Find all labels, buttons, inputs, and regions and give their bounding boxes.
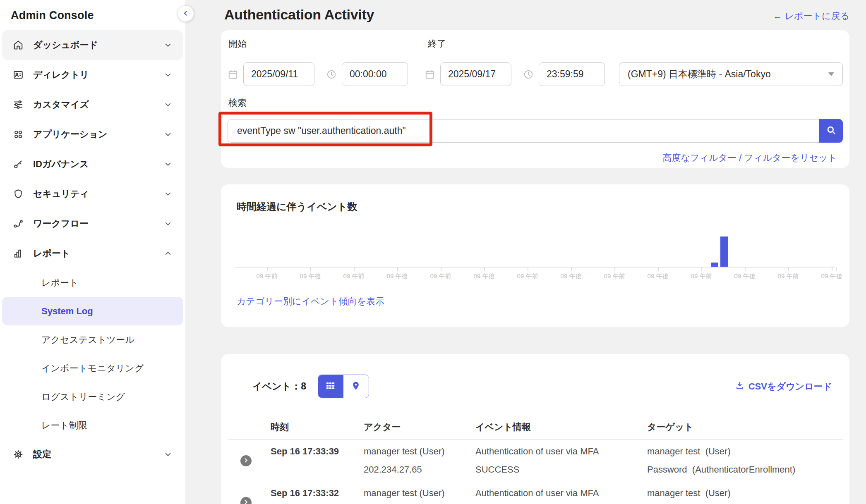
expand-row-button[interactable] bbox=[240, 455, 252, 466]
x-axis-tick bbox=[658, 268, 659, 271]
search-input[interactable] bbox=[228, 119, 819, 143]
page-title: Authentication Activity bbox=[224, 7, 374, 23]
x-axis-tick-label: 09 午前 bbox=[343, 272, 365, 280]
event-description: Authentication of user via MFA bbox=[475, 447, 647, 456]
chevron-right-icon bbox=[243, 499, 249, 504]
category-trend-link[interactable]: カテゴリー別にイベント傾向を表示 bbox=[237, 295, 384, 308]
sidebar-item-applications[interactable]: アプリケーション bbox=[2, 119, 183, 149]
chevron-down-icon bbox=[164, 190, 172, 198]
sidebar-item-label: ワークフロー bbox=[33, 217, 164, 230]
sidebar: Admin Console ダッシュボード ディレクトリ カスタマイズ アプリケ… bbox=[0, 0, 185, 504]
column-header-event-info: イベント情報 bbox=[475, 414, 647, 439]
home-icon bbox=[12, 39, 24, 51]
event-count-chart-card: 時間経過に伴うイベント数 09 午前09 午後09 午前09 午後09 午前09… bbox=[221, 184, 849, 327]
chevron-left-icon bbox=[182, 10, 190, 18]
x-axis-tick-label: 09 午後 bbox=[734, 272, 756, 280]
x-axis-tick-label: 09 午後 bbox=[648, 272, 669, 280]
shield-icon bbox=[12, 188, 24, 200]
chevron-down-icon bbox=[164, 451, 172, 458]
sidebar-item-id-governance[interactable]: IDガバナンス bbox=[2, 149, 183, 179]
x-axis-tick-label: 09 午前 bbox=[604, 272, 625, 280]
reset-filter-link[interactable]: フィルターをリセット bbox=[744, 153, 837, 163]
page-header: Authentication Activity ← レポートに戻る bbox=[221, 7, 849, 23]
x-axis-tick bbox=[788, 268, 789, 271]
end-date-input[interactable] bbox=[440, 62, 511, 86]
x-axis-tick-label: 09 午前 bbox=[517, 272, 538, 280]
sidebar-item-directory[interactable]: ディレクトリ bbox=[2, 60, 183, 90]
event-time: Sep 16 17:33:32 bbox=[271, 489, 364, 498]
sidebar-item-dashboard[interactable]: ダッシュボード bbox=[2, 30, 183, 60]
sidebar-item-system-log[interactable]: System Log bbox=[2, 297, 183, 325]
sidebar-item-label: カスタマイズ bbox=[33, 98, 164, 111]
start-label: 開始 bbox=[228, 38, 247, 50]
end-time-input[interactable] bbox=[539, 62, 605, 86]
sidebar-item-import-monitoring[interactable]: インポートモニタリング bbox=[2, 354, 183, 382]
app-title: Admin Console bbox=[11, 9, 185, 22]
sidebar-item-rate-limit[interactable]: レート制限 bbox=[2, 411, 183, 440]
sidebar-item-customize[interactable]: カスタマイズ bbox=[2, 90, 183, 119]
main-content: Authentication Activity ← レポートに戻る 開始 終了 bbox=[185, 0, 866, 504]
column-header-time: 時刻 bbox=[271, 414, 364, 439]
sidebar-item-label: 設定 bbox=[33, 448, 164, 461]
sidebar-child-label: レート制限 bbox=[41, 419, 87, 432]
x-axis-tick-label: 09 午前 bbox=[691, 272, 712, 280]
start-time-input[interactable] bbox=[342, 62, 408, 86]
x-axis-tick bbox=[484, 268, 485, 271]
sidebar-item-label: IDガバナンス bbox=[33, 158, 164, 170]
x-axis-tick bbox=[745, 268, 746, 271]
x-axis-tick bbox=[441, 268, 441, 271]
event-status: SUCCESS bbox=[475, 464, 519, 475]
x-axis-tick-label: 09 午前 bbox=[430, 272, 451, 280]
chevron-up-icon bbox=[164, 250, 172, 257]
x-axis-tick-label: 09 午後 bbox=[821, 272, 842, 280]
chart-title: 時間経過に伴うイベント数 bbox=[237, 200, 840, 213]
calendar-icon bbox=[228, 69, 238, 80]
sidebar-collapse-button[interactable] bbox=[178, 6, 194, 21]
map-view-button[interactable] bbox=[343, 375, 369, 398]
chevron-down-icon bbox=[164, 160, 172, 168]
sidebar-item-workflow[interactable]: ワークフロー bbox=[2, 209, 183, 239]
download-csv-link[interactable]: CSVをダウンロード bbox=[735, 380, 832, 393]
view-toggle bbox=[318, 375, 369, 398]
x-axis-tick bbox=[832, 268, 832, 271]
sliders-icon bbox=[12, 99, 24, 110]
sidebar-item-reports-report[interactable]: レポート bbox=[2, 268, 183, 297]
sidebar-item-label: レポート bbox=[33, 247, 164, 260]
sidebar-item-settings[interactable]: 設定 bbox=[2, 440, 183, 469]
events-card: イベント：8 CSVをダウンロード 時刻 アクター イベント情報 ターゲット bbox=[221, 354, 849, 504]
sidebar-child-label: System Log bbox=[41, 306, 93, 317]
gear-icon bbox=[12, 449, 24, 460]
event-time: Sep 16 17:33:39 bbox=[271, 447, 364, 456]
advanced-filter-link[interactable]: 高度なフィルター bbox=[662, 153, 736, 163]
sidebar-child-label: アクセステストツール bbox=[41, 334, 134, 346]
map-pin-icon bbox=[351, 381, 361, 392]
x-axis-tick bbox=[310, 268, 311, 271]
column-header-target: ターゲット bbox=[647, 414, 843, 439]
chevron-down-icon bbox=[164, 71, 172, 79]
table-view-button[interactable] bbox=[318, 375, 343, 398]
sidebar-item-security[interactable]: セキュリティ bbox=[2, 179, 183, 209]
sidebar-item-access-test-tool[interactable]: アクセステストツール bbox=[2, 325, 183, 354]
sidebar-child-label: レポート bbox=[41, 277, 79, 289]
event-description: Authentication of user via MFA bbox=[475, 489, 647, 498]
timezone-value: (GMT+9) 日本標準時 - Asia/Tokyo bbox=[628, 68, 828, 81]
start-date-input[interactable] bbox=[243, 62, 314, 86]
sidebar-item-reports[interactable]: レポート bbox=[2, 239, 183, 268]
x-axis-tick bbox=[528, 268, 528, 271]
grid-view-icon bbox=[325, 380, 336, 392]
chevron-down-icon bbox=[164, 41, 172, 49]
x-axis-tick-label: 09 午後 bbox=[387, 272, 408, 280]
sidebar-child-label: ログストリーミング bbox=[41, 391, 125, 403]
event-count-bar[interactable] bbox=[711, 263, 718, 267]
table-row: Sep 16 17:33:32 manager test (User) 202.… bbox=[228, 481, 843, 504]
x-axis-tick-label: 09 午前 bbox=[778, 272, 799, 280]
timezone-select[interactable]: (GMT+9) 日本標準時 - Asia/Tokyo bbox=[619, 62, 843, 86]
expand-row-button[interactable] bbox=[240, 497, 252, 504]
search-button[interactable] bbox=[819, 119, 843, 143]
calendar-icon bbox=[425, 69, 435, 80]
back-to-reports-link[interactable]: ← レポートに戻る bbox=[773, 10, 849, 22]
workflow-icon bbox=[12, 218, 24, 229]
search-label: 検索 bbox=[228, 97, 843, 109]
sidebar-item-log-streaming[interactable]: ログストリーミング bbox=[2, 382, 183, 411]
event-count-bar[interactable] bbox=[720, 236, 728, 267]
